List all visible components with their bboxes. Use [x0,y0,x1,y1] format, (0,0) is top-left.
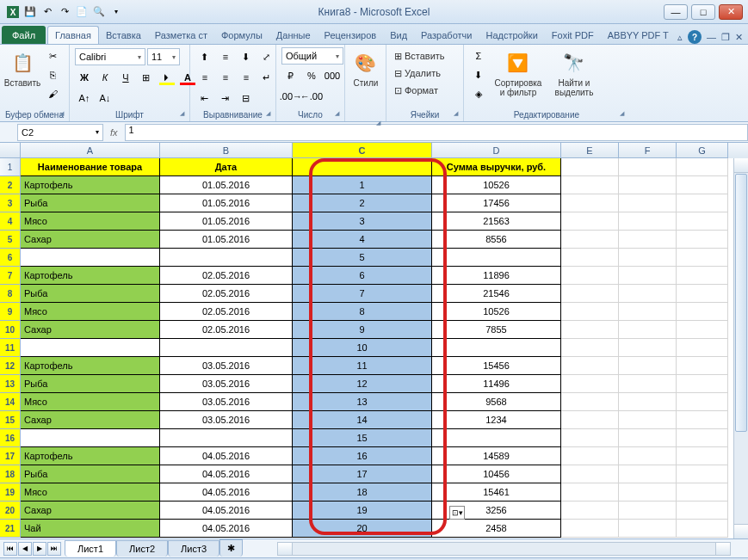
excel-icon[interactable]: X [5,4,21,20]
format-cells-button[interactable]: ⊡Формат [392,82,441,99]
tab-data[interactable]: Данные [269,27,318,44]
cell[interactable]: Рыба [21,375,160,393]
cell[interactable] [619,303,677,321]
cell[interactable] [561,212,619,231]
row-header[interactable]: 7 [0,267,21,285]
cell[interactable] [619,285,677,303]
orientation-icon[interactable]: ⤢ [257,48,276,65]
mdi-minimize-icon[interactable]: — [707,32,716,42]
cell[interactable] [619,249,677,267]
cell[interactable] [432,429,561,447]
cell[interactable] [677,465,728,483]
cell[interactable]: 6 [293,267,432,285]
new-icon[interactable]: 📄 [74,4,90,20]
cell[interactable]: Мясо [21,212,160,231]
cell[interactable]: 8556 [432,231,561,249]
mdi-restore-icon[interactable]: ❐ [721,32,730,43]
col-header-B[interactable]: B [160,143,293,158]
bold-icon[interactable]: Ж [75,69,94,86]
row-header[interactable]: 2 [0,176,21,194]
tab-review[interactable]: Рецензиров [318,27,384,44]
cell[interactable]: 12 [293,375,432,393]
maximize-button[interactable]: □ [691,4,715,20]
cell[interactable]: Рыба [21,285,160,303]
cell[interactable] [677,285,728,303]
tab-home[interactable]: Главная [47,26,99,44]
sheet-tab-3[interactable]: Лист3 [168,540,219,557]
cell[interactable] [677,393,728,411]
cell[interactable]: 01.05.2016 [160,212,293,231]
cell[interactable] [677,339,728,357]
cell[interactable] [561,231,619,249]
cell[interactable]: Рыба [21,194,160,212]
print-preview-icon[interactable]: 🔍 [91,4,107,20]
save-icon[interactable]: 💾 [22,4,38,20]
cell[interactable]: 2 [293,194,432,212]
cell[interactable]: 03.05.2016 [160,375,293,393]
cell[interactable]: Картофель [21,357,160,375]
cell[interactable]: Сахар [21,411,160,429]
cell[interactable] [619,520,677,538]
row-header[interactable]: 11 [0,339,21,357]
new-sheet-icon[interactable]: ✱ [219,539,243,557]
row-header[interactable]: 3 [0,194,21,212]
row-header[interactable]: 8 [0,285,21,303]
fill-color-icon[interactable]: 🞂 [158,69,176,86]
cell[interactable] [619,375,677,393]
row-header[interactable]: 10 [0,321,21,339]
vertical-scrollbar[interactable] [733,158,748,538]
row-header[interactable]: 18 [0,465,21,483]
cell[interactable] [432,249,561,267]
insert-cells-button[interactable]: ⊞Вставить [392,47,448,65]
cell[interactable]: Мясо [21,303,160,321]
autofill-options-icon[interactable]: ⊡▾ [449,506,465,520]
format-painter-icon[interactable]: 🖌 [43,85,62,102]
cell[interactable] [619,231,677,249]
row-header[interactable]: 5 [0,231,21,249]
cell[interactable]: 02.05.2016 [160,321,293,339]
cell[interactable] [561,429,619,447]
wrap-text-icon[interactable]: ↵ [257,69,276,86]
cell[interactable]: 13 [293,393,432,411]
cell[interactable]: Сахар [21,321,160,339]
cell[interactable] [619,393,677,411]
tab-insert[interactable]: Вставка [99,27,148,44]
cell[interactable]: 04.05.2016 [160,465,293,483]
cell[interactable]: 14 [293,411,432,429]
tab-developer[interactable]: Разработчи [414,27,479,44]
clear-icon[interactable]: ◈ [469,85,488,102]
sheet-nav-first-icon[interactable]: ⏮ [3,542,17,556]
cell[interactable]: 04.05.2016 [160,520,293,538]
cell[interactable] [677,267,728,285]
cell[interactable]: 02.05.2016 [160,303,293,321]
sort-filter-button[interactable]: 🔽 Сортировка и фильтр [491,47,545,99]
grow-font-icon[interactable]: A↑ [75,89,94,107]
cell[interactable]: 19 [293,502,432,520]
cell[interactable] [619,267,677,285]
cell[interactable]: 04.05.2016 [160,447,293,465]
cell[interactable] [21,339,160,357]
cell[interactable]: 7855 [432,321,561,339]
cell[interactable]: 18 [293,483,432,502]
align-top-icon[interactable]: ⬆ [195,48,214,65]
cell[interactable]: 03.05.2016 [160,393,293,411]
cell[interactable]: Дата [160,158,293,176]
close-button[interactable]: ✕ [719,4,743,20]
row-header[interactable]: 4 [0,212,21,231]
underline-icon[interactable]: Ч [116,69,135,86]
formula-input[interactable]: 1 [125,124,748,141]
col-header-F[interactable]: F [619,143,677,158]
cell[interactable] [619,483,677,502]
cell[interactable] [677,447,728,465]
sheet-tab-1[interactable]: Лист1 [65,540,116,557]
cell[interactable] [677,231,728,249]
col-header-A[interactable]: A [21,143,160,158]
font-color-icon[interactable]: A [178,69,197,86]
cell[interactable]: 10526 [432,303,561,321]
cell[interactable]: 14589 [432,447,561,465]
tab-formulas[interactable]: Формулы [214,27,269,44]
cell[interactable] [619,502,677,520]
undo-icon[interactable]: ↶ [40,4,55,20]
cell[interactable]: 7 [293,285,432,303]
cell[interactable]: 01.05.2016 [160,194,293,212]
